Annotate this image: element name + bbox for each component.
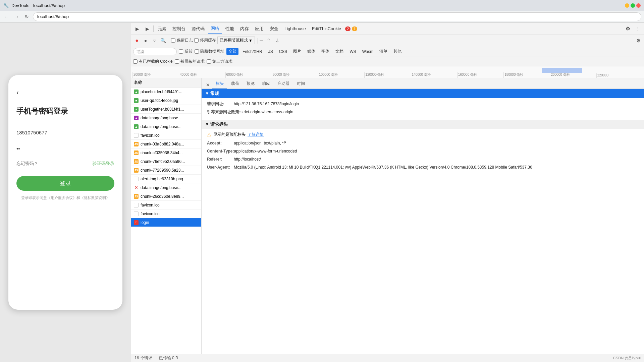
filter-other[interactable]: 其他	[391, 48, 404, 55]
filter-img[interactable]: 图片	[291, 48, 303, 55]
request-item[interactable]: JS chunk-76efc9b2.0aa96...	[131, 157, 201, 166]
filter-js[interactable]: JS	[266, 49, 275, 55]
record-button[interactable]: ●	[133, 37, 141, 44]
forward-button[interactable]: →	[13, 13, 21, 21]
menu-console[interactable]: 控制台	[170, 24, 188, 33]
blocked-requests-label[interactable]: 被屏蔽的请求	[175, 59, 205, 64]
filter-fetch-xhr[interactable]: Fetch/XHR	[240, 49, 264, 55]
menu-memory[interactable]: 内存	[237, 24, 252, 33]
download-btn[interactable]: ⇩	[274, 37, 281, 44]
request-item[interactable]: ■ user-qd.fd14ecce.jpg	[131, 96, 201, 105]
devtools-settings-btn[interactable]: ⚙	[635, 37, 642, 44]
learn-more-link[interactable]: 了解详情	[248, 132, 264, 137]
browser-favicon: 🔧	[3, 3, 9, 8]
reverse-checkbox-label[interactable]: 反转	[179, 49, 193, 54]
request-item[interactable]: ✕ data:image/png;base...	[131, 183, 201, 192]
general-section-header[interactable]: ▼ 常规	[202, 89, 644, 98]
login-request-item[interactable]: □ login	[131, 218, 201, 227]
request-item[interactable]: ▲ placeholder.bfd94491...	[131, 87, 201, 96]
menu-performance[interactable]: 性能	[223, 24, 237, 33]
reverse-checkbox[interactable]	[179, 49, 183, 54]
blocked-cookie-label[interactable]: 有已拦截的 Cookie	[133, 59, 173, 64]
filter-all[interactable]: 全部	[226, 48, 238, 55]
tab-payload[interactable]: 载荷	[228, 79, 243, 88]
menu-source[interactable]: 源代码	[189, 24, 207, 33]
window-controls	[625, 3, 641, 8]
blocked-cookie-checkbox[interactable]	[133, 59, 138, 64]
disable-cache-checkbox[interactable]	[194, 38, 199, 43]
request-item[interactable]: favicon.ico	[131, 131, 201, 140]
filter-media[interactable]: 媒体	[305, 48, 317, 55]
tab-response[interactable]: 响应	[259, 79, 273, 88]
back-button[interactable]: ←	[3, 13, 11, 21]
third-party-label[interactable]: 第三方请求	[207, 59, 232, 64]
tab-initiator[interactable]: 启动器	[274, 79, 293, 88]
filter-wasm[interactable]: Wasm	[360, 49, 376, 55]
filter-font[interactable]: 字体	[319, 48, 331, 55]
request-item[interactable]: JS chunk-77289590.5a23...	[131, 166, 201, 175]
request-item[interactable]: favicon.ico	[131, 209, 201, 218]
filter-button[interactable]: ▿	[151, 37, 158, 44]
request-item[interactable]: alert-img.be63310b.png	[131, 175, 201, 183]
address-bar[interactable]: localhost/#/shop	[33, 12, 641, 21]
menu-elements[interactable]: 元素	[155, 24, 169, 33]
filter-bar-2: 有已拦截的 Cookie 被屏蔽的请求 第三方请求	[131, 57, 644, 66]
menu-network[interactable]: 网络	[208, 24, 222, 34]
request-name: data:image/png;base...	[141, 124, 199, 129]
phone-input[interactable]: 18510750677	[16, 130, 114, 135]
minimize-button[interactable]	[625, 3, 629, 8]
stop-button[interactable]: ●	[142, 37, 149, 44]
password-input[interactable]	[16, 146, 114, 152]
preserve-log-label[interactable]: 保留日志	[171, 38, 193, 43]
request-headers-section-header[interactable]: ▼ 请求标头	[202, 120, 644, 129]
phone-frame: ‹ 手机号密码登录 18510750677 忘记密码？ 验证码登录 登录 登录即…	[8, 75, 122, 310]
settings-button[interactable]: ⚙	[623, 24, 633, 34]
close-detail-button[interactable]: ✕	[204, 81, 212, 88]
hide-data-url-label[interactable]: 隐藏数据网址	[195, 49, 224, 54]
request-item[interactable]: ▲ userTogether.b831f4f1...	[131, 105, 201, 114]
blocked-requests-checkbox[interactable]	[175, 59, 179, 64]
content-type-value: application/x-www-form-urlencoded	[234, 148, 297, 154]
user-agent-label: User-Agent:	[207, 164, 234, 170]
device-icon-button[interactable]: ▶	[143, 24, 152, 34]
verify-login-link[interactable]: 验证码登录	[93, 161, 114, 167]
tab-timing[interactable]: 时间	[293, 79, 308, 88]
preserve-log-checkbox[interactable]	[171, 38, 175, 43]
throttle-dropdown[interactable]: 已停用节流模式 ▼	[217, 37, 255, 44]
filter-ws[interactable]: WS	[347, 49, 358, 55]
more-tools-button[interactable]: ⋮	[633, 24, 643, 34]
disable-cache-label[interactable]: 停用缓存	[194, 38, 216, 43]
forgot-password-link[interactable]: 忘记密码？	[16, 161, 38, 167]
menu-lighthouse[interactable]: Lighthouse	[282, 25, 309, 33]
request-item[interactable]: favicon.ico	[131, 201, 201, 209]
request-item[interactable]: JS chunk-03a3b882.048a...	[131, 140, 201, 148]
search-button[interactable]: 🔍	[159, 37, 167, 44]
timeline-label-1: 40000 毫秒	[179, 72, 225, 78]
filter-manifest[interactable]: 清单	[377, 48, 389, 55]
filter-css[interactable]: CSS	[277, 49, 289, 55]
upload-btn[interactable]: ⇧	[265, 37, 272, 44]
close-button[interactable]	[636, 3, 641, 8]
inspect-icon-button[interactable]: ▶	[132, 24, 142, 34]
tab-headers[interactable]: 标头	[212, 79, 227, 88]
back-button[interactable]: ‹	[16, 88, 114, 96]
menu-security[interactable]: 安全	[267, 24, 281, 33]
request-item[interactable]: JS chunk-26cd360e.8e89...	[131, 192, 201, 201]
request-item[interactable]: JS chunk-cf035038.34b4...	[131, 148, 201, 157]
browser-titlebar: 🔧 DevTools - localhost/#/shop	[0, 0, 644, 11]
timeline-highlight	[542, 68, 582, 73]
hide-data-url-checkbox[interactable]	[195, 49, 199, 54]
maximize-button[interactable]	[631, 3, 635, 8]
request-item[interactable]: ▲ data:image/png;base...	[131, 114, 201, 122]
filter-input[interactable]	[133, 48, 177, 55]
request-type-icon: □	[134, 220, 139, 225]
filter-doc[interactable]: 文档	[333, 48, 345, 55]
refresh-button[interactable]: ↻	[23, 13, 31, 21]
third-party-checkbox[interactable]	[207, 59, 211, 64]
menu-application[interactable]: 应用	[252, 24, 266, 33]
tab-preview[interactable]: 预览	[243, 79, 258, 88]
request-item[interactable]: ▲ data:image/png;base...	[131, 122, 201, 131]
network-icon-btn[interactable]: │─	[256, 37, 264, 44]
menu-edit-cookie[interactable]: EditThisCookie	[309, 25, 344, 33]
login-button[interactable]: 登录	[16, 176, 114, 191]
